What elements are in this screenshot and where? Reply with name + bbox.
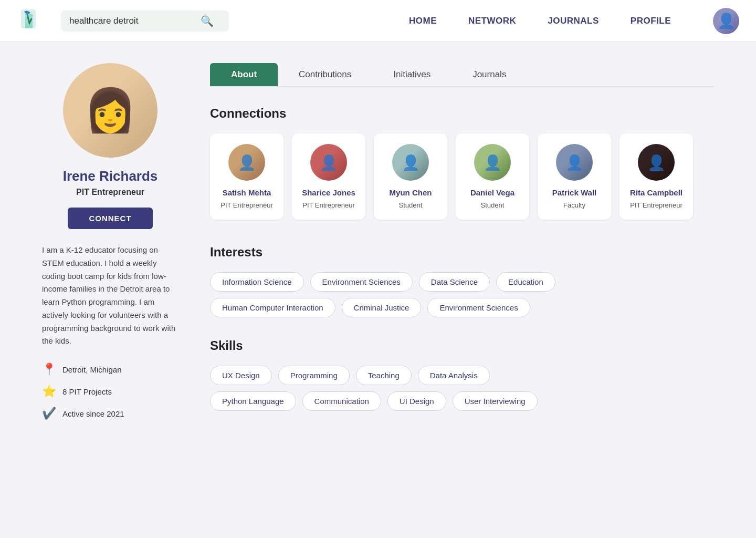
check-icon: ✔️	[42, 407, 56, 420]
connections-section: Connections 👤 Satish Mehta PIT Entrepren…	[210, 106, 714, 220]
user-avatar[interactable]: 👤	[713, 8, 739, 34]
tag-data-science[interactable]: Data Science	[419, 272, 490, 292]
connection-role-rita: PIT Entrepreneur	[630, 201, 682, 209]
interests-row1: Information Science Environment Sciences…	[210, 272, 714, 292]
profile-name: Irene Richards	[63, 168, 158, 184]
tag-information-science[interactable]: Information Science	[210, 272, 304, 292]
connection-card-patrick[interactable]: 👤 Patrick Wall Faculty	[538, 133, 611, 220]
sidebar: 👩 Irene Richards PIT Entrepreneur CONNEC…	[42, 63, 178, 432]
nav-links: HOME NETWORK JOURNALS PROFILE 👤	[409, 8, 739, 34]
skills-title: Skills	[210, 338, 714, 353]
tag-hci[interactable]: Human Computer Interaction	[210, 298, 335, 317]
profile-content: About Contributions Initiatives Journals…	[210, 63, 714, 432]
search-input[interactable]	[69, 16, 195, 26]
connect-button[interactable]: CONNECT	[68, 208, 152, 229]
tab-initiatives[interactable]: Initiatives	[372, 63, 452, 86]
nav-home[interactable]: HOME	[409, 16, 437, 26]
nav-network[interactable]: NETWORK	[468, 16, 516, 26]
connection-name-rita: Rita Campbell	[630, 188, 682, 197]
connection-name-daniel: Daniel Vega	[470, 188, 514, 197]
tag-environment-sciences-1[interactable]: Environment Sciences	[310, 272, 413, 292]
connection-name-satish: Satish Mehta	[223, 188, 271, 197]
connection-role-daniel: Student	[481, 201, 505, 209]
connection-role-patrick: Faculty	[563, 201, 585, 209]
connection-role-sharice: PIT Entrepreneur	[302, 201, 354, 209]
tag-communication[interactable]: Communication	[302, 391, 381, 411]
star-icon: ⭐	[42, 385, 56, 398]
projects-text: 8 PIT Projects	[62, 387, 112, 396]
avatar-rita: 👤	[638, 144, 675, 181]
nav-journals[interactable]: JOURNALS	[548, 16, 599, 26]
active-since-text: Active since 2021	[62, 409, 124, 418]
profile-role: PIT Entrepreneur	[76, 188, 144, 197]
tab-journals[interactable]: Journals	[452, 63, 527, 86]
tag-python-language[interactable]: Python Language	[210, 391, 296, 411]
tag-ux-design[interactable]: UX Design	[210, 366, 272, 385]
tag-education[interactable]: Education	[496, 272, 555, 292]
main-content: 👩 Irene Richards PIT Entrepreneur CONNEC…	[0, 42, 756, 453]
connection-card-myun[interactable]: 👤 Myun Chen Student	[374, 133, 447, 220]
avatar-myun: 👤	[392, 144, 429, 181]
bio-text: I am a K-12 educator focusing on STEM ed…	[42, 244, 178, 348]
tag-user-interviewing[interactable]: User Interviewing	[453, 391, 538, 411]
tag-ui-design[interactable]: UI Design	[387, 391, 446, 411]
connection-card-daniel[interactable]: 👤 Daniel Vega Student	[456, 133, 529, 220]
projects-item: ⭐ 8 PIT Projects	[42, 385, 178, 398]
meta-info: 📍 Detroit, Michigan ⭐ 8 PIT Projects ✔️ …	[42, 363, 178, 420]
connections-grid: 👤 Satish Mehta PIT Entrepreneur 👤 Sharic…	[210, 133, 714, 220]
tag-teaching[interactable]: Teaching	[356, 366, 412, 385]
connection-card-satish[interactable]: 👤 Satish Mehta PIT Entrepreneur	[210, 133, 284, 220]
location-icon: 📍	[42, 363, 56, 376]
connection-card-sharice[interactable]: 👤 Sharice Jones PIT Entrepreneur	[292, 133, 365, 220]
location-text: Detroit, Michigan	[62, 365, 122, 374]
tag-programming[interactable]: Programming	[278, 366, 350, 385]
profile-avatar: 👩	[63, 63, 158, 158]
connection-name-myun: Myun Chen	[390, 188, 432, 197]
logo[interactable]	[17, 8, 42, 34]
active-since-item: ✔️ Active since 2021	[42, 407, 178, 420]
tab-contributions[interactable]: Contributions	[278, 63, 372, 86]
avatar-satish: 👤	[228, 144, 265, 181]
navbar: 🔍 HOME NETWORK JOURNALS PROFILE 👤	[0, 0, 756, 42]
interests-section: Interests Information Science Environmen…	[210, 245, 714, 317]
avatar-sharice: 👤	[310, 144, 347, 181]
avatar-daniel: 👤	[474, 144, 511, 181]
skills-row1: UX Design Programming Teaching Data Anal…	[210, 366, 714, 385]
tag-criminal-justice[interactable]: Criminal Justice	[342, 298, 422, 317]
search-icon[interactable]: 🔍	[201, 15, 214, 27]
connections-title: Connections	[210, 106, 714, 121]
search-bar[interactable]: 🔍	[61, 11, 229, 32]
avatar-patrick: 👤	[556, 144, 593, 181]
connection-role-satish: PIT Entrepreneur	[220, 201, 272, 209]
connection-card-rita[interactable]: 👤 Rita Campbell PIT Entrepreneur	[620, 133, 693, 220]
tag-data-analysis[interactable]: Data Analysis	[418, 366, 490, 385]
tab-about[interactable]: About	[210, 63, 278, 86]
location-item: 📍 Detroit, Michigan	[42, 363, 178, 376]
connection-name-sharice: Sharice Jones	[302, 188, 355, 197]
skills-row2: Python Language Communication UI Design …	[210, 391, 714, 411]
tabs: About Contributions Initiatives Journals	[210, 63, 714, 87]
interests-row2: Human Computer Interaction Criminal Just…	[210, 298, 714, 317]
connection-role-myun: Student	[399, 201, 423, 209]
connection-name-patrick: Patrick Wall	[552, 188, 596, 197]
skills-section: Skills UX Design Programming Teaching Da…	[210, 338, 714, 411]
tag-environment-sciences-2[interactable]: Environment Sciences	[427, 298, 530, 317]
nav-profile[interactable]: PROFILE	[631, 16, 671, 26]
interests-title: Interests	[210, 245, 714, 260]
